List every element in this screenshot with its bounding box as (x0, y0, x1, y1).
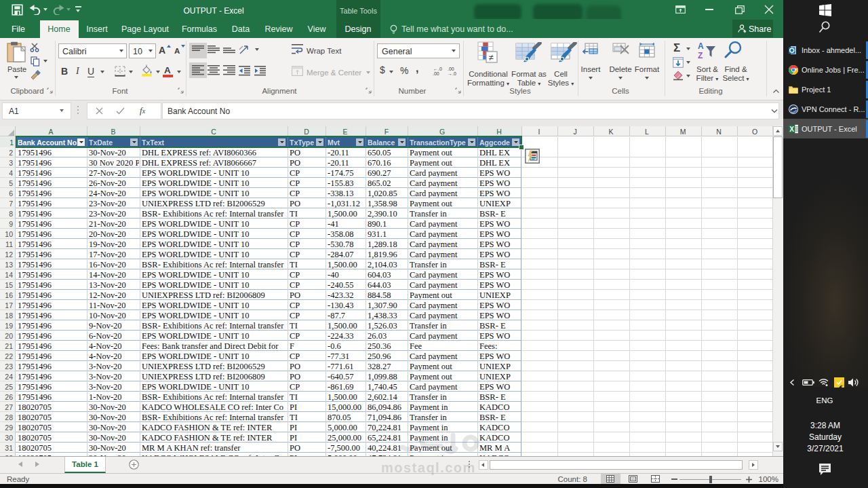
svg-text:.00: .00 (448, 67, 454, 71)
svg-text:A: A (698, 41, 704, 51)
svg-text:→.0: →.0 (448, 71, 456, 76)
svg-text:.00: .00 (433, 71, 439, 76)
svg-text:X: X (789, 126, 794, 133)
svg-text:Z: Z (698, 51, 703, 60)
svg-text:←.0: ←.0 (433, 67, 442, 71)
svg-text:≠: ≠ (489, 52, 494, 62)
